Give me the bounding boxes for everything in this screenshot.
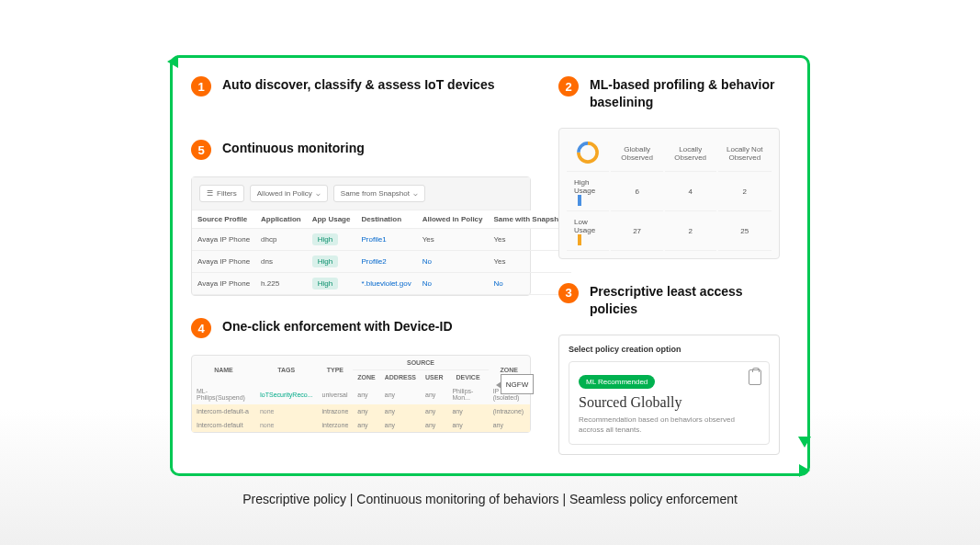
cell: any <box>380 384 421 404</box>
cell-dest[interactable]: Profile2 <box>355 251 416 273</box>
policy-card: Select policy creation option ML Recomme… <box>558 335 780 455</box>
arrow-left-icon <box>799 464 810 477</box>
cell: IoTSecurityReco... <box>255 384 318 404</box>
cell: any <box>353 418 379 432</box>
filter-icon: ☰ <box>207 189 213 198</box>
table-row[interactable]: Avaya IP Phone dhcp High Profile1 Yes Ye… <box>192 229 571 251</box>
th-app[interactable]: Application <box>255 210 307 229</box>
filter-row: ☰ Filters Allowed in Policy ⌵ Same from … <box>192 177 530 210</box>
th-name[interactable]: NAME <box>192 356 255 384</box>
table-row[interactable]: ML-Philips(Suspend) IoTSecurityReco... u… <box>192 384 530 404</box>
table-row[interactable]: Avaya IP Phone h.225 High *.blueviolet.g… <box>192 273 571 295</box>
cell: ML-Philips(Suspend) <box>192 384 255 404</box>
monitoring-panel: ☰ Filters Allowed in Policy ⌵ Same from … <box>191 176 531 296</box>
step-3: 3 Prescriptive least access policies <box>558 283 780 318</box>
chevron-down-icon: ⌵ <box>316 189 321 198</box>
usage-badge: High <box>312 278 338 290</box>
policy-select-label: Select policy creation option <box>569 345 770 354</box>
step-4-badge: 4 <box>191 318 211 338</box>
cell: interzone <box>318 418 354 432</box>
policy-option[interactable]: ML Recommended Sourced Globally Recommen… <box>569 361 770 445</box>
th-source-group: Source <box>353 356 488 370</box>
donut-cell <box>567 136 609 172</box>
sections-container: 1 Auto discover, classify & assess IoT d… <box>173 58 807 473</box>
right-column: 2 ML-based profiling & behavior baselini… <box>558 76 780 455</box>
cell: any <box>353 384 379 404</box>
th-address[interactable]: ADDRESS <box>380 370 421 385</box>
cell: universal <box>318 384 354 404</box>
th-source[interactable]: Source Profile <box>192 210 255 229</box>
table-row[interactable]: Avaya IP Phone dns High Profile2 No Yes <box>192 251 571 273</box>
policy-description: Recommendation based on behaviors observ… <box>579 414 760 435</box>
table-row[interactable]: Intercom-default none interzone any any … <box>192 418 530 432</box>
step-5: 5 Continuous monitoring <box>191 140 531 160</box>
cell-dest[interactable]: *.blueviolet.gov <box>355 273 416 295</box>
cell: Intercom-default <box>192 418 255 432</box>
cell: intrazone <box>318 404 354 418</box>
donut-icon <box>576 141 600 165</box>
step-1-title: Auto discover, classify & assess IoT dev… <box>222 76 494 97</box>
cell: any <box>489 418 530 432</box>
step-3-title: Prescriptive least access policies <box>590 283 780 318</box>
step-1-badge: 1 <box>191 76 211 97</box>
usage-badge: High <box>312 233 338 245</box>
th-not[interactable]: Locally Not Observed <box>718 136 772 172</box>
usage-label: Low Usage <box>567 213 609 251</box>
step-4-title: One-click enforcement with Device-ID <box>222 318 453 338</box>
cell: 2 <box>665 213 716 251</box>
th-locally[interactable]: Locally Observed <box>665 136 716 172</box>
cell-src: Avaya IP Phone <box>192 273 255 295</box>
step-1: 1 Auto discover, classify & assess IoT d… <box>191 76 531 97</box>
allowed-dropdown[interactable]: Allowed in Policy ⌵ <box>250 185 328 202</box>
cell: (intrazone) <box>489 404 530 418</box>
monitoring-table: Source Profile Application App Usage Des… <box>192 210 571 295</box>
cell-src: Avaya IP Phone <box>192 251 255 273</box>
th-user[interactable]: USER <box>421 370 447 385</box>
step-2-title: ML-based profiling & behavior baselining <box>590 76 780 111</box>
caption-text: Prescriptive policy | Continuous monitor… <box>0 492 980 506</box>
cell-usage: High <box>307 273 356 295</box>
cell: any <box>380 418 421 432</box>
ml-profiling-panel: Globally Observed Locally Observed Local… <box>558 128 780 259</box>
cell: 6 <box>611 174 662 211</box>
left-column: 1 Auto discover, classify & assess IoT d… <box>191 76 531 455</box>
th-type[interactable]: TYPE <box>318 356 354 384</box>
cell-allowed: Yes <box>417 229 489 251</box>
snapshot-dropdown[interactable]: Same from Snapshot ⌵ <box>333 185 425 202</box>
filters-label: Filters <box>217 189 237 198</box>
th-dest[interactable]: Destination <box>355 210 416 229</box>
arrow-left-icon <box>167 55 178 68</box>
ngfw-tag: NGFW <box>501 374 534 394</box>
th-device[interactable]: DEVICE <box>447 370 488 385</box>
clipboard-icon <box>749 369 761 385</box>
th-zone[interactable]: ZONE <box>353 370 379 385</box>
bar-indicator-icon <box>578 234 581 245</box>
cell: any <box>421 384 447 404</box>
step-2: 2 ML-based profiling & behavior baselini… <box>558 76 780 111</box>
cell-app: dhcp <box>255 229 307 251</box>
table-row[interactable]: High Usage 6 4 2 <box>567 174 772 211</box>
snapshot-dropdown-label: Same from Snapshot <box>341 189 410 198</box>
filters-button[interactable]: ☰ Filters <box>199 185 244 202</box>
usage-label: High Usage <box>567 174 609 211</box>
cell-allowed: No <box>417 273 489 295</box>
cell: 27 <box>611 213 662 251</box>
ml-recommended-badge: ML Recommended <box>579 375 655 389</box>
cell: none <box>255 418 318 432</box>
cell: none <box>255 404 318 418</box>
cell: 2 <box>718 174 772 211</box>
th-globally[interactable]: Globally Observed <box>611 136 662 172</box>
table-row[interactable]: Low Usage 27 2 25 <box>567 213 772 251</box>
step-2-badge: 2 <box>558 76 579 97</box>
step-4: 4 One-click enforcement with Device-ID <box>191 318 531 338</box>
th-tags[interactable]: TAGS <box>255 356 318 384</box>
th-allowed[interactable]: Allowed in Policy <box>417 210 489 229</box>
cell: Intercom-default-a <box>192 404 255 418</box>
cell: any <box>447 418 488 432</box>
cell: 4 <box>665 174 716 211</box>
table-row[interactable]: Intercom-default-a none intrazone any an… <box>192 404 530 418</box>
th-usage[interactable]: App Usage <box>307 210 356 229</box>
cell-dest[interactable]: Profile1 <box>355 229 416 251</box>
cell-usage: High <box>307 229 356 251</box>
usage-badge: High <box>312 255 338 267</box>
